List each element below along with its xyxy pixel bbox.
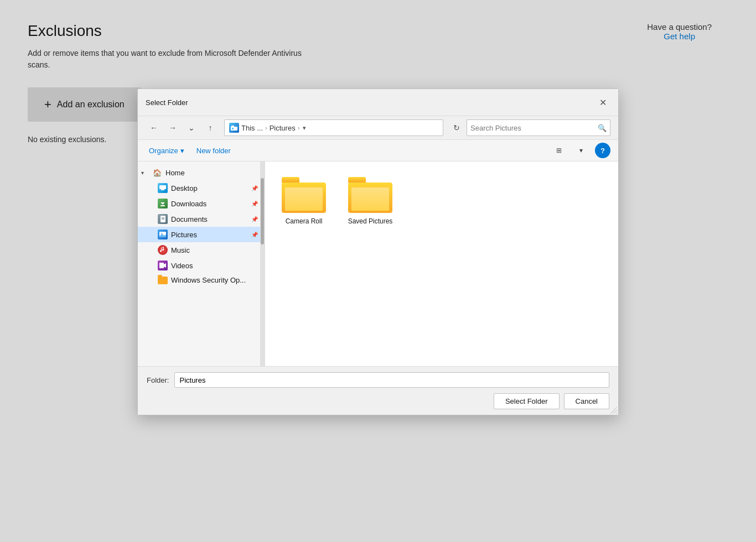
videos-label: Videos (171, 262, 193, 270)
pictures-pin-icon: 📌 (251, 232, 258, 238)
svg-rect-4 (161, 189, 164, 190)
search-box: 🔍 (467, 119, 610, 136)
footer-buttons: Select Folder Cancel (147, 393, 609, 409)
organize-button[interactable]: Organize ▾ (146, 144, 188, 157)
dialog-body: ▾ 🏠 Home Desktop 📌 Dow (138, 161, 618, 366)
sidebar-item-windows-security[interactable]: Windows Security Op... (138, 273, 265, 287)
sidebar-home-label: Home (165, 169, 185, 177)
documents-icon (158, 214, 168, 224)
dialog-title: Select Folder (146, 98, 188, 107)
desktop-icon (158, 183, 168, 193)
documents-pin-icon: 📌 (251, 216, 258, 222)
videos-icon (158, 260, 168, 270)
dialog-footer: Folder: Select Folder Cancel (138, 366, 618, 415)
svg-marker-14 (164, 263, 166, 268)
folder-name-row: Folder: (147, 372, 609, 388)
organize-arrow: ▾ (180, 147, 184, 155)
file-view: Camera Roll Saved Pictures (265, 161, 618, 366)
address-this-pc: This ... (241, 124, 263, 132)
select-folder-button[interactable]: Select Folder (494, 393, 560, 409)
svg-rect-0 (231, 127, 237, 131)
address-icon (229, 123, 239, 133)
folder-item-camera-roll[interactable]: Camera Roll (276, 173, 332, 231)
saved-pictures-folder-icon (348, 177, 392, 213)
home-icon: 🏠 (152, 168, 162, 178)
new-folder-button[interactable]: New folder (193, 144, 234, 157)
downloads-label: Downloads (171, 200, 206, 208)
sidebar-item-pictures[interactable]: Pictures 📌 (138, 227, 265, 242)
sidebar-item-downloads[interactable]: Downloads 📌 (138, 196, 265, 211)
resize-grip[interactable] (610, 407, 617, 414)
dialog-toolbar: ← → ⌄ ↑ This ... › Pictures › ▾ ↻ 🔍 (138, 116, 618, 140)
nav-recent-button[interactable]: ⌄ (183, 119, 200, 136)
downloads-icon (158, 199, 168, 209)
pictures-icon (158, 230, 168, 239)
view-dropdown-button[interactable]: ▾ (573, 143, 589, 158)
saved-pictures-label: Saved Pictures (348, 217, 393, 226)
sidebar-item-videos[interactable]: Videos (138, 258, 265, 273)
windows-security-folder-icon (158, 277, 168, 284)
windows-security-label: Windows Security Op... (171, 276, 246, 284)
folder-item-saved-pictures[interactable]: Saved Pictures (343, 173, 398, 231)
sidebar-item-documents[interactable]: Documents 📌 (138, 211, 265, 227)
select-folder-dialog: Select Folder ✕ ← → ⌄ ↑ This ... › Pictu… (137, 88, 619, 415)
dialog-close-button[interactable]: ✕ (595, 95, 610, 110)
help-circle-button[interactable]: ? (595, 143, 610, 158)
sidebar-item-music[interactable]: Music (138, 242, 265, 258)
pictures-label: Pictures (171, 231, 197, 239)
address-sep2: › (298, 124, 300, 131)
address-bar[interactable]: This ... › Pictures › ▾ (224, 119, 443, 136)
sidebar-item-home[interactable]: ▾ 🏠 Home (138, 165, 265, 180)
svg-rect-13 (159, 263, 164, 268)
modal-overlay: Select Folder ✕ ← → ⌄ ↑ This ... › Pictu… (0, 0, 756, 542)
desktop-pin-icon: 📌 (251, 185, 258, 191)
svg-rect-3 (159, 185, 166, 189)
sidebar-item-desktop[interactable]: Desktop 📌 (138, 180, 265, 196)
search-icon: 🔍 (598, 124, 607, 132)
sidebar-scrollbar[interactable] (260, 161, 265, 366)
svg-marker-5 (160, 202, 165, 205)
svg-line-17 (616, 413, 617, 414)
cancel-button[interactable]: Cancel (564, 393, 609, 409)
search-input[interactable] (470, 124, 596, 132)
command-bar: Organize ▾ New folder ⊞ ▾ ? (138, 140, 618, 161)
music-icon (158, 245, 168, 255)
desktop-label: Desktop (171, 184, 198, 192)
documents-label: Documents (171, 215, 208, 223)
nav-up-button[interactable]: ↑ (202, 119, 219, 136)
svg-rect-1 (231, 126, 234, 127)
organize-label: Organize (149, 147, 178, 155)
folder-label: Folder: (147, 376, 169, 384)
sidebar-scrollbar-thumb (261, 178, 264, 244)
nav-forward-button[interactable]: → (164, 119, 181, 136)
downloads-pin-icon: 📌 (251, 201, 258, 207)
sidebar: ▾ 🏠 Home Desktop 📌 Dow (138, 161, 265, 366)
dialog-titlebar: Select Folder ✕ (138, 89, 618, 116)
music-label: Music (171, 246, 190, 254)
camera-roll-label: Camera Roll (286, 217, 323, 226)
address-pictures: Pictures (270, 124, 296, 132)
svg-rect-6 (160, 205, 165, 206)
view-toggle-button[interactable]: ⊞ (551, 143, 567, 158)
nav-back-button[interactable]: ← (146, 119, 162, 136)
address-dropdown-button[interactable]: ▾ (302, 123, 307, 133)
refresh-button[interactable]: ↻ (449, 120, 464, 136)
address-sep1: › (265, 124, 267, 131)
svg-rect-2 (232, 128, 234, 129)
new-folder-label: New folder (196, 147, 231, 155)
home-expand-icon: ▾ (141, 170, 149, 176)
folder-name-input[interactable] (174, 372, 609, 388)
camera-roll-folder-icon (282, 177, 326, 213)
